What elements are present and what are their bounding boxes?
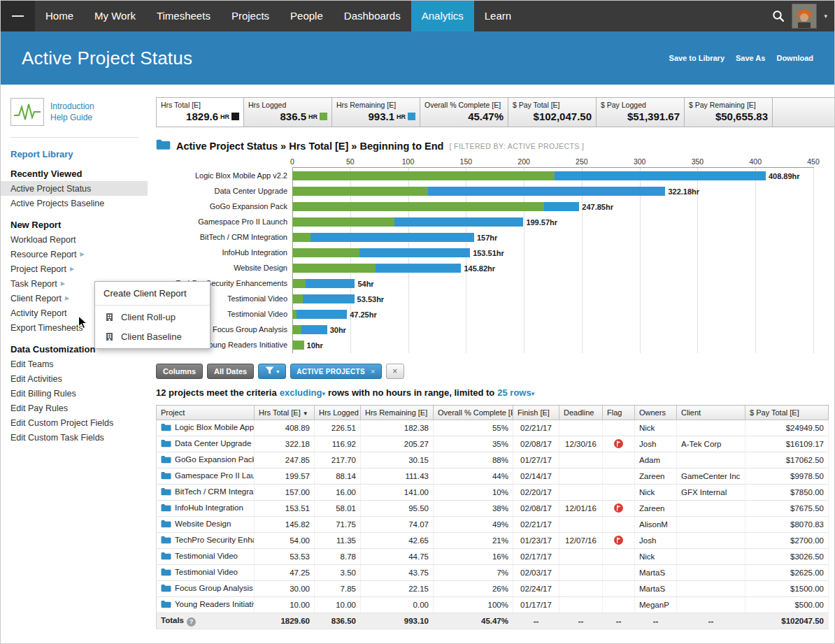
remove-filter-icon[interactable]: × (371, 367, 376, 375)
table-row[interactable]: Gamespace Pro II Lau199.5788.14111.4344%… (157, 468, 829, 485)
clear-filters-button[interactable]: × (386, 364, 404, 379)
bar-gogo-expansion-pack[interactable]: 247.85hr (292, 202, 613, 211)
sidebar-item-resource-report[interactable]: Resource Report▶ (1, 247, 148, 262)
user-avatar[interactable] (792, 3, 817, 29)
bar-techpro-security-enhancements[interactable]: 54hr (292, 279, 374, 288)
table-row[interactable]: InfoHub Integration153.5158.0195.5038%02… (157, 501, 829, 517)
cell-project[interactable]: InfoHub Integration (157, 501, 255, 517)
bar-testimonial-video[interactable]: 47.25hr (292, 310, 377, 319)
introduction-link[interactable]: Introduction (50, 101, 94, 111)
save-to-library-link[interactable]: Save to Library (669, 54, 725, 62)
project-name: GoGo Expansion Pack (175, 455, 255, 464)
bar-testimonial-video[interactable]: 53.53hr (292, 294, 384, 303)
nav-item-home[interactable]: Home (35, 1, 84, 31)
kpi-overall-complete-e[interactable]: Overall % Complete [E]45.47% (420, 97, 508, 127)
columns-button[interactable]: Columns (156, 364, 203, 379)
nav-item-dashboards[interactable]: Dashboards (334, 1, 411, 31)
col-header-pay-total-e[interactable]: $ Pay Total [E] (745, 406, 829, 420)
cell-hrs-logged: 10.00 (315, 597, 361, 613)
sidebar-item-edit-pay-rules[interactable]: Edit Pay Rules (1, 401, 148, 415)
cell-project[interactable]: Logic Blox Mobile App (157, 420, 255, 436)
kpi-pay-logged[interactable]: $ Pay Logged$51,391.67 (597, 97, 685, 127)
cell-project[interactable]: Website Design (157, 517, 255, 533)
sidebar-item-edit-custom-project-fields[interactable]: Edit Custom Project Fields (1, 415, 148, 430)
sidebar-item-edit-activities[interactable]: Edit Activities (1, 371, 148, 386)
nav-item-projects[interactable]: Projects (221, 1, 280, 31)
col-header-deadline[interactable]: Deadline (559, 406, 603, 420)
download-link[interactable]: Download (776, 54, 813, 62)
sidebar-item-edit-billing-rules[interactable]: Edit Billing Rules (1, 386, 148, 401)
cell-project[interactable]: Gamespace Pro II Lau (157, 468, 255, 485)
sidebar-item-edit-custom-task-fields[interactable]: Edit Custom Task Fields (1, 430, 148, 445)
table-row[interactable]: Focus Group Analysis30.007.8522.1526%02/… (157, 581, 829, 597)
bar-logic-blox-mobile-app-v2-2[interactable]: 408.89hr (292, 171, 800, 180)
report-library-heading[interactable]: Report Library (10, 149, 148, 159)
bar-segment-logged (292, 294, 303, 303)
kpi-hrs-total-e[interactable]: Hrs Total [E]1829.6HR (156, 97, 244, 127)
sidebar-item-active-projects-baseline[interactable]: Active Projects Baseline (1, 196, 148, 210)
table-row[interactable]: Data Center Upgrade322.18116.92205.2735%… (157, 436, 829, 452)
nav-item-learn[interactable]: Learn (474, 1, 522, 31)
help-guide-link[interactable]: Help Guide (50, 113, 94, 122)
table-row[interactable]: Testimonial Video47.253.5043.757%02/03/1… (157, 565, 829, 581)
menu-button[interactable] (1, 1, 35, 31)
table-row[interactable]: GoGo Expansion Pack247.85217.7030.1588%0… (157, 452, 829, 468)
nav-item-my-work[interactable]: My Work (84, 1, 146, 31)
user-menu-caret-icon[interactable]: ▾ (824, 13, 827, 20)
totals-help-icon[interactable]: ? (187, 617, 196, 627)
col-header-owners[interactable]: Owners (635, 406, 677, 420)
table-row[interactable]: BitTech / CRM Integrat157.0016.00141.001… (157, 485, 829, 501)
bar-infohub-integration[interactable]: 153.51hr (292, 248, 504, 257)
col-header-hrs-total-e[interactable]: Hrs Total [E]▼ (255, 406, 315, 420)
table-row[interactable]: TechPro Security Enha54.0011.3542.6521%0… (157, 533, 829, 549)
table-row[interactable]: Testimonial Video53.538.7844.7516%02/17/… (157, 549, 829, 565)
kpi-pay-total-e[interactable]: $ Pay Total [E]$102,047.50 (508, 97, 597, 127)
bar-gamespace-pro-ii-launch[interactable]: 199.57hr (292, 217, 557, 227)
search-icon[interactable] (772, 10, 785, 22)
kpi-hrs-remaining-e[interactable]: Hrs Remaining [E]993.1HR (332, 97, 420, 127)
bar-bittech-crm-integration[interactable]: 157hr (292, 233, 497, 242)
sidebar-item-edit-teams[interactable]: Edit Teams (1, 357, 148, 371)
excluding-dropdown[interactable]: excluding▾ (280, 387, 325, 398)
cell-project[interactable]: Testimonial Video (157, 549, 255, 565)
save-as-link[interactable]: Save As (736, 54, 765, 62)
col-header-project[interactable]: Project (157, 406, 255, 420)
bar-segment-logged (292, 248, 359, 257)
help-links: Introduction Help Guide (50, 98, 94, 126)
bar-website-design[interactable]: 145.82hr (292, 264, 495, 273)
col-header-hrs-remaining-e[interactable]: Hrs Remaining [E] (361, 406, 434, 420)
filter-button[interactable]: ▾ (258, 364, 286, 379)
col-header-overall-complete-e[interactable]: Overall % Complete [E] (434, 406, 513, 420)
cell-project[interactable]: Focus Group Analysis (157, 581, 255, 597)
kpi-hrs-logged[interactable]: Hrs Logged836.5HR (244, 97, 332, 127)
flyout-item-client-roll-up[interactable]: Client Roll-up (95, 306, 210, 325)
sidebar-heading-recently-viewed: Recently Viewed (1, 169, 148, 179)
cell-project[interactable]: GoGo Expansion Pack (157, 452, 255, 468)
sidebar-item-active-project-status[interactable]: Active Project Status (1, 181, 148, 196)
cell-project[interactable]: Testimonial Video (157, 565, 255, 581)
col-header-flag[interactable]: Flag (603, 406, 635, 420)
col-header-finish-e[interactable]: Finish [E] (513, 406, 559, 420)
row-limit-dropdown[interactable]: 25 rows▾ (497, 387, 534, 398)
bar-focus-group-analysis[interactable]: 30hr (292, 325, 346, 334)
bar-young-readers-initiative[interactable]: 10hr (292, 341, 323, 350)
table-row[interactable]: Young Readers Initiativ10.0010.000.00100… (157, 597, 829, 613)
nav-item-analytics[interactable]: Analytics (411, 1, 474, 31)
table-row[interactable]: Logic Blox Mobile App408.89226.51182.385… (157, 420, 829, 436)
table-row[interactable]: Website Design145.8271.7574.0749%02/21/1… (157, 517, 829, 533)
cell-project[interactable]: BitTech / CRM Integrat (157, 485, 255, 501)
col-header-client[interactable]: Client (677, 406, 745, 420)
cell-project[interactable]: Young Readers Initiativ (157, 597, 255, 613)
nav-item-people[interactable]: People (280, 1, 334, 31)
all-dates-button[interactable]: All Dates (207, 364, 254, 379)
col-header-hrs-logged[interactable]: Hrs Logged (315, 406, 361, 420)
kpi-pay-remaining-e[interactable]: $ Pay Remaining [E]$50,655.83 (685, 97, 773, 127)
flyout-item-client-baseline[interactable]: Client Baseline (95, 325, 210, 345)
bar-data-center-upgrade[interactable]: 322.18hr (292, 187, 699, 196)
sidebar-item-workload-report[interactable]: Workload Report (1, 232, 148, 247)
cell-project[interactable]: TechPro Security Enha (157, 533, 255, 549)
nav-item-timesheets[interactable]: Timesheets (146, 1, 221, 31)
sidebar-item-project-report[interactable]: Project Report▶ (1, 262, 148, 276)
cell-project[interactable]: Data Center Upgrade (157, 436, 255, 452)
filter-tag[interactable]: ACTIVE PROJECTS × (290, 364, 382, 379)
